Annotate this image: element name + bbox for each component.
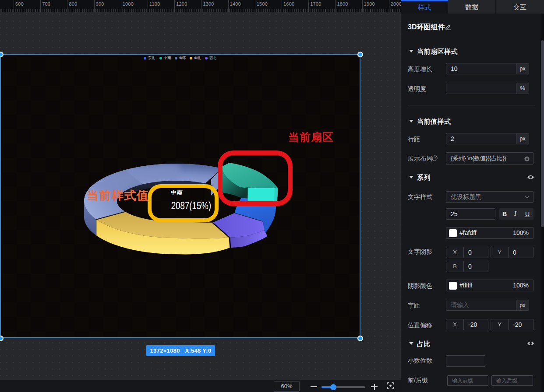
svg-text:?: ? <box>434 156 436 160</box>
